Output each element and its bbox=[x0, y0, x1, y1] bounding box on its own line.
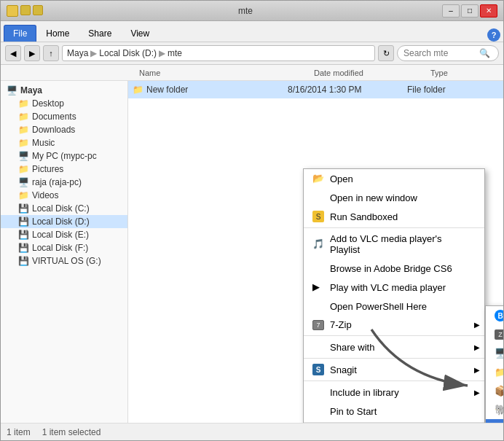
tab-home[interactable]: Home bbox=[36, 25, 79, 42]
sidebar-item-local-disk-d[interactable]: 💾 Local Disk (D:) bbox=[1, 215, 127, 228]
snagit-icon: S bbox=[312, 364, 324, 375]
menu-item-pin-start[interactable]: Pin to Start bbox=[304, 402, 484, 421]
submenu-item-onedrive[interactable]: ☁ OneDrive bbox=[486, 419, 503, 423]
menu-item-snagit[interactable]: S Snagit ▶ bbox=[304, 360, 484, 379]
window-icon bbox=[7, 5, 18, 17]
send-to-submenu: B Bluetooth device Z Compressed (zipped)… bbox=[485, 305, 503, 423]
up-button[interactable]: ↑ bbox=[43, 45, 59, 61]
menu-item-run-sandboxed[interactable]: S Run Sandboxed bbox=[304, 207, 484, 226]
refresh-button[interactable]: ↻ bbox=[378, 45, 394, 61]
sidebar-item-downloads[interactable]: 📁 Downloads bbox=[1, 123, 127, 136]
tab-view[interactable]: View bbox=[121, 25, 159, 42]
computer-icon: 🖥️ bbox=[7, 85, 17, 95]
address-path[interactable]: Maya ▶ Local Disk (D:) ▶ mte bbox=[62, 45, 375, 61]
drive-icon-c: 💾 bbox=[18, 203, 29, 214]
submenu-arrow-7zip: ▶ bbox=[474, 321, 480, 329]
menu-sep-1 bbox=[304, 227, 484, 228]
menu-item-play-vlc[interactable]: ▶ Play with VLC media player bbox=[304, 278, 484, 297]
tab-file[interactable]: File bbox=[4, 25, 36, 42]
sidebar-item-desktop[interactable]: 📁 Desktop bbox=[1, 97, 127, 110]
file-type: File folder bbox=[407, 85, 446, 95]
ribbon-tabs: File Home Share View ? bbox=[1, 21, 503, 42]
sidebar-label-maya: Maya bbox=[20, 85, 42, 95]
tab-share[interactable]: Share bbox=[79, 25, 121, 42]
submenu-arrow-snagit: ▶ bbox=[474, 366, 480, 374]
path-mte: mte bbox=[168, 48, 182, 58]
help-button[interactable]: ? bbox=[487, 28, 500, 42]
address-bar: ◀ ▶ ↑ Maya ▶ Local Disk (D:) ▶ mte ↻ 🔍 bbox=[1, 42, 503, 65]
computer-icon-raja: 🖥️ bbox=[18, 177, 29, 187]
menu-sep-4 bbox=[304, 380, 484, 381]
sidebar-item-local-disk-f[interactable]: 💾 Local Disk (F:) bbox=[1, 241, 127, 254]
path-local-disk: Local Disk (D:) bbox=[99, 48, 157, 58]
desktop-shortcut-icon: 🖥️ bbox=[495, 347, 503, 359]
sidebar-item-pictures[interactable]: 📁 Pictures bbox=[1, 163, 127, 176]
powershell-icon bbox=[312, 300, 324, 312]
submenu-item-bluetooth[interactable]: B Bluetooth device bbox=[486, 306, 503, 325]
menu-sep-3 bbox=[304, 358, 484, 359]
menu-item-powershell[interactable]: Open PowerShell Here bbox=[304, 297, 484, 316]
window-controls: – □ ✕ bbox=[442, 4, 497, 17]
col-header-type: Type bbox=[430, 69, 500, 77]
sidebar-label-raja: raja (raja-pc) bbox=[32, 177, 82, 187]
sidebar-item-local-disk-e[interactable]: 💾 Local Disk (E:) bbox=[1, 228, 127, 241]
menu-item-share-with[interactable]: Share with ▶ bbox=[304, 337, 484, 356]
open-new-window-icon bbox=[312, 192, 324, 203]
sidebar-item-documents[interactable]: 📁 Documents bbox=[1, 110, 127, 123]
menu-label-run-sandboxed: Run Sandboxed bbox=[330, 211, 470, 222]
menu-label-snagit: Snagit bbox=[330, 364, 470, 375]
folder-icon-downloads: 📁 bbox=[18, 125, 29, 135]
close-button[interactable]: ✕ bbox=[480, 4, 497, 17]
forward-button[interactable]: ▶ bbox=[24, 45, 40, 61]
search-input[interactable] bbox=[403, 48, 476, 58]
sidebar-item-music[interactable]: 📁 Music bbox=[1, 136, 127, 149]
submenu-item-compressed[interactable]: Z Compressed (zipped) folder bbox=[486, 325, 503, 343]
share-icon bbox=[312, 341, 324, 353]
back-button[interactable]: ◀ bbox=[5, 45, 21, 61]
menu-item-adobe-bridge[interactable]: Browse in Adobe Bridge CS6 bbox=[304, 259, 484, 278]
sidebar-label-desktop: Desktop bbox=[32, 98, 64, 109]
minimize-button[interactable]: – bbox=[442, 4, 460, 17]
menu-item-open-new-window[interactable]: Open in new window bbox=[304, 188, 484, 207]
path-arrow-2: ▶ bbox=[159, 48, 165, 58]
vlc-icon-1: 🎵 bbox=[312, 238, 324, 250]
sidebar-item-maya[interactable]: 🖥️ Maya bbox=[1, 84, 127, 97]
vlc-icon-2: ▶ bbox=[312, 281, 324, 293]
sidebar: 🖥️ Maya 📁 Desktop 📁 Documents 📁 Download… bbox=[1, 81, 128, 423]
pin-icon bbox=[312, 405, 324, 417]
file-area: 📁 New folder 8/16/2014 1:30 PM File fold… bbox=[128, 81, 503, 423]
maximize-button[interactable]: □ bbox=[461, 4, 479, 17]
submenu-item-desktop[interactable]: 🖥️ Desktop (create shortcut) bbox=[486, 343, 503, 362]
search-box[interactable]: 🔍 bbox=[397, 45, 499, 61]
menu-label-open-new: Open in new window bbox=[330, 192, 470, 203]
menu-item-7zip[interactable]: 7 7-Zip ▶ bbox=[304, 316, 484, 334]
menu-sep-2 bbox=[304, 335, 484, 336]
folder-open-icon: 📂 bbox=[312, 173, 324, 184]
submenu-item-dropbox[interactable]: 📦 Dropbox bbox=[486, 381, 503, 400]
zip-icon: 7 bbox=[312, 320, 324, 330]
drive-icon-g: 💾 bbox=[18, 256, 29, 266]
table-row[interactable]: 📁 New folder 8/16/2014 1:30 PM File fold… bbox=[128, 81, 503, 98]
sidebar-item-virtual-os[interactable]: 💾 VIRTUAL OS (G:) bbox=[1, 254, 127, 268]
adobe-icon bbox=[312, 262, 324, 274]
menu-item-open[interactable]: 📂 Open bbox=[304, 169, 484, 188]
menu-item-add-vlc[interactable]: 🎵 Add to VLC media player's Playlist bbox=[304, 230, 484, 259]
menu-item-include-library[interactable]: Include in library ▶ bbox=[304, 383, 484, 402]
col-header-name: Name bbox=[139, 69, 314, 77]
sidebar-label-d: Local Disk (D:) bbox=[32, 216, 90, 227]
sidebar-item-videos[interactable]: 📁 Videos bbox=[1, 189, 127, 202]
status-bar: 1 item 1 item selected bbox=[1, 423, 503, 440]
menu-label-include-library: Include in library bbox=[330, 387, 470, 398]
window: mte – □ ✕ File Home Share View ? ◀ ▶ ↑ M… bbox=[0, 0, 504, 441]
sidebar-label-music: Music bbox=[32, 138, 55, 148]
sidebar-label-pictures: Pictures bbox=[32, 164, 63, 174]
sidebar-item-mypc[interactable]: 🖥️ My PC (mypc-pc bbox=[1, 149, 127, 163]
file-name: New folder bbox=[146, 85, 285, 95]
sidebar-item-raja[interactable]: 🖥️ raja (raja-pc) bbox=[1, 176, 127, 189]
context-menu: 📂 Open Open in new window S Run Sandboxe… bbox=[303, 168, 485, 423]
search-icon: 🔍 bbox=[479, 48, 490, 58]
submenu-item-documents[interactable]: 📁 Documents bbox=[486, 362, 503, 381]
dropbox-icon: 📦 bbox=[495, 385, 503, 397]
sidebar-item-local-disk-c[interactable]: 💾 Local Disk (C:) bbox=[1, 202, 127, 215]
submenu-item-evernote[interactable]: 🐘 Evernote bbox=[486, 400, 503, 419]
